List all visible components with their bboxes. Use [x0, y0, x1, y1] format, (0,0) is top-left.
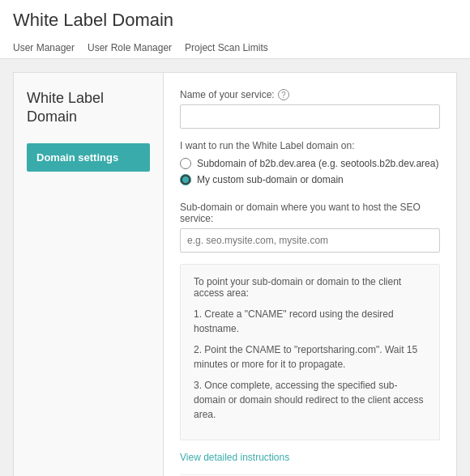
page-title: White Label Domain [13, 10, 457, 31]
radio-subdomain[interactable] [180, 158, 191, 169]
service-name-help-icon[interactable]: ? [278, 89, 289, 100]
instruction-2: Point the CNAME to "reportsharing.com". … [194, 342, 426, 372]
view-instructions-link[interactable]: View detailed instructions [180, 452, 440, 463]
radio-option-subdomain[interactable]: Subdomain of b2b.dev.area (e.g. seotools… [180, 158, 440, 169]
sidebar: White Label Domain Domain settings [14, 73, 164, 476]
service-name-label: Name of your service: ? [180, 89, 440, 100]
radio-group: Subdomain of b2b.dev.area (e.g. seotools… [180, 158, 440, 190]
top-header: White Label Domain User Manager User Rol… [0, 0, 470, 59]
nav-project-scan-limits[interactable]: Project Scan Limits [185, 37, 278, 58]
nav-user-role-manager[interactable]: User Role Manager [88, 37, 182, 58]
instructions-list: Create a "CNAME" record using the desire… [194, 307, 426, 422]
sub-domain-label: Sub-domain or domain where you want to h… [180, 202, 440, 224]
main-content: White Label Domain Domain settings Name … [13, 72, 457, 476]
radio-subdomain-label: Subdomain of b2b.dev.area (e.g. seotools… [197, 158, 438, 169]
instruction-1: Create a "CNAME" record using the desire… [194, 307, 426, 336]
instruction-3: Once complete, accessing the specified s… [194, 378, 426, 422]
sub-domain-input[interactable] [180, 228, 440, 253]
nav-user-manager[interactable]: User Manager [13, 37, 84, 58]
radio-option-custom[interactable]: My custom sub-domain or domain [180, 174, 440, 185]
instructions-box: To point your sub-domain or domain to th… [180, 264, 440, 440]
sidebar-title: White Label Domain [27, 89, 150, 127]
radio-custom-label: My custom sub-domain or domain [197, 174, 344, 185]
right-panel: Name of your service: ? I want to run th… [164, 73, 456, 476]
run-on-label: I want to run the White Label domain on: [180, 140, 440, 151]
instructions-intro: To point your sub-domain or domain to th… [194, 276, 426, 299]
service-name-input[interactable] [180, 104, 440, 129]
radio-custom[interactable] [180, 174, 191, 185]
sidebar-item-domain-settings[interactable]: Domain settings [27, 143, 150, 172]
top-nav: User Manager User Role Manager Project S… [13, 37, 457, 58]
